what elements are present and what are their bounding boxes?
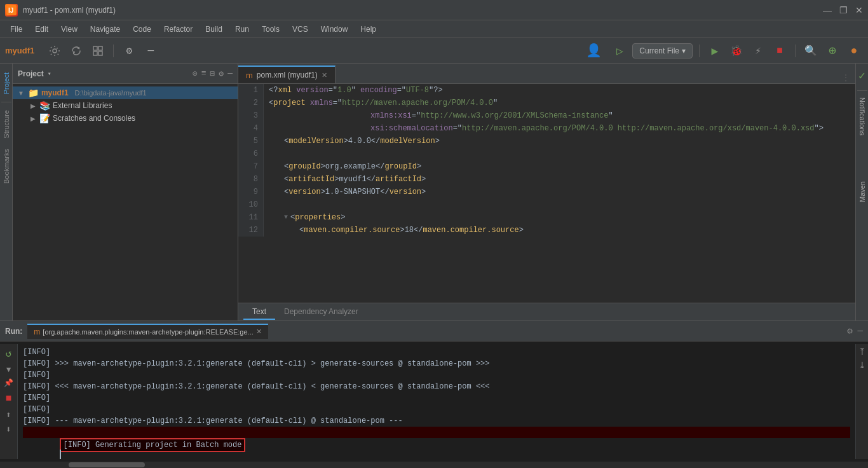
run-right-controls: ⤒ ⤓ — [855, 344, 868, 459]
import-icon[interactable]: ⬇ — [6, 424, 11, 435]
menu-navigate[interactable]: Navigate — [85, 23, 125, 36]
run-tab-icon: m — [34, 327, 40, 336]
menu-tools[interactable]: Tools — [257, 23, 285, 36]
tab-close-icon[interactable]: ✕ — [322, 71, 327, 79]
notifications-tab[interactable]: Notifications — [857, 93, 867, 139]
tree-item-myudf1-path: D:\bigdata-java\myudf1 — [75, 89, 147, 97]
right-side-panel: ✓ Notifications Maven — [855, 64, 868, 320]
export-icon[interactable]: ⬆ — [6, 410, 11, 420]
highlighted-output: [INFO] Generating project in Batch mode — [60, 438, 246, 452]
minimize-button[interactable]: — — [823, 5, 832, 15]
menu-view[interactable]: View — [56, 23, 83, 36]
toolbar-sync-icon[interactable] — [67, 42, 85, 60]
close-panel-icon[interactable]: — — [227, 69, 233, 79]
svg-point-2 — [53, 49, 57, 53]
menu-vcs[interactable]: VCS — [287, 23, 313, 36]
toolbar-collapse-icon[interactable] — [89, 42, 107, 60]
run-output-text: [INFO] [INFO] >>> maven-archetype-plugin… — [18, 344, 855, 459]
tab-maven-icon: m — [246, 71, 253, 80]
dropdown-arrow-icon: ▾ — [682, 46, 686, 55]
menu-code[interactable]: Code — [128, 23, 156, 36]
run-tab-label: [org.apache.maven.plugins:maven-archetyp… — [43, 328, 253, 336]
project-name: myudf1 — [5, 46, 34, 55]
stop-run-button[interactable]: ■ — [2, 392, 16, 406]
run-tab-close-icon[interactable]: ✕ — [256, 327, 262, 336]
close-button[interactable]: ✕ — [855, 5, 863, 15]
toolbar-separator-1 — [113, 45, 114, 57]
ln-4: 4 — [243, 122, 258, 135]
svg-rect-6 — [98, 52, 102, 55]
fold-icon[interactable]: ▼ — [284, 211, 288, 224]
run-output: ↺ ▼ 📌 ■ ⬆ ⬇ [INFO] [INFO] >>> maven-arch… — [0, 341, 868, 462]
scroll-down-icon[interactable]: ▼ — [6, 366, 11, 375]
editor-tab-pom[interactable]: m pom.xml (myudf1) ✕ — [238, 65, 336, 83]
structure-tab[interactable]: Structure — [1, 106, 11, 142]
project-tab[interactable]: Project — [1, 69, 11, 98]
code-content-area[interactable]: <?xml version="1.0" encoding="UTF-8"?> <… — [264, 84, 855, 237]
stop-button[interactable]: ■ — [771, 42, 789, 60]
tree-item-external-libs[interactable]: ▶ 📚 External Libraries — [13, 99, 238, 112]
toolbar-navigate-icon[interactable]: ▷ — [611, 42, 628, 60]
coverage-button[interactable]: ⚡ — [749, 42, 767, 60]
tree-item-scratches[interactable]: ▶ 📝 Scratches and Consoles — [13, 112, 238, 125]
current-file-dropdown[interactable]: Current File ▾ — [632, 43, 693, 59]
maven-tab[interactable]: Maven — [857, 177, 867, 206]
ln-3: 3 — [243, 109, 258, 122]
menu-help[interactable]: Help — [355, 23, 381, 36]
output-line-8-highlighted: [INFO] Generating project in Batch mode — [23, 427, 850, 438]
output-line-6: [INFO] — [23, 404, 850, 415]
menu-build[interactable]: Build — [200, 23, 227, 36]
menu-run[interactable]: Run — [230, 23, 254, 36]
run-minimize-icon[interactable]: — — [858, 326, 863, 336]
menu-edit[interactable]: Edit — [30, 23, 53, 36]
editor-content[interactable]: 1 2 3 4 5 6 7 8 9 10 11 12 <? — [238, 84, 855, 303]
code-line-4: xsi:schemaLocation="http://maven.apache.… — [269, 122, 850, 135]
output-line-2: [INFO] >>> maven-archetype-plugin:3.2.1:… — [23, 358, 850, 369]
scroll-top-icon[interactable]: ⤒ — [858, 347, 866, 357]
scroll-bottom-icon[interactable]: ⤓ — [858, 360, 866, 371]
more-button[interactable]: ● — [845, 42, 863, 60]
locate-icon[interactable]: ⊙ — [193, 69, 198, 79]
collapse-all-icon[interactable]: ⊟ — [210, 69, 215, 79]
svg-rect-3 — [93, 46, 97, 50]
code-line-5: <modelVersion> 4.0.0 </modelVersion> — [269, 135, 850, 148]
run-tab-active[interactable]: m [org.apache.maven.plugins:maven-archet… — [27, 324, 268, 339]
svg-rect-4 — [98, 46, 102, 50]
bookmarks-tab[interactable]: Bookmarks — [1, 145, 11, 188]
maximize-button[interactable]: ❐ — [839, 5, 848, 15]
add-button[interactable]: ⊕ — [824, 42, 841, 60]
toolbar: myudf1 ⚙ — 👤 ▷ Current File ▾ ▶ 🐞 ⚡ ■ — [0, 38, 868, 64]
run-button[interactable]: ▶ — [706, 42, 724, 60]
project-tree: ▼ 📁 myudf1 D:\bigdata-java\myudf1 ▶ 📚 Ex… — [13, 84, 238, 320]
ln-12: 12 — [243, 224, 258, 237]
tab-dependency-analyzer[interactable]: Dependency Analyzer — [275, 305, 367, 320]
project-panel-dropdown[interactable]: ▾ — [48, 70, 51, 78]
run-settings-icon[interactable]: ⚙ — [847, 326, 852, 336]
menu-window[interactable]: Window — [316, 23, 353, 36]
title-bar: IJ myudf1 - pom.xml (myudf1) — ❐ ✕ — [0, 0, 868, 20]
tab-text[interactable]: Text — [243, 305, 275, 320]
tree-item-myudf1[interactable]: ▼ 📁 myudf1 D:\bigdata-java\myudf1 — [13, 86, 238, 99]
run-label: Run: — [5, 327, 22, 336]
toolbar-settings-icon[interactable] — [46, 42, 64, 60]
debug-button[interactable]: 🐞 — [728, 42, 745, 60]
expand-all-icon[interactable]: ≡ — [201, 69, 207, 79]
toolbar-cog-icon[interactable]: ⚙ — [120, 42, 138, 60]
toolbar-profile-icon[interactable]: 👤 — [586, 43, 602, 59]
ln-7: 7 — [243, 160, 258, 173]
toolbar-separator-3 — [795, 45, 796, 57]
settings-icon[interactable]: ⚙ — [219, 69, 224, 79]
search-button[interactable]: 🔍 — [802, 42, 820, 60]
menu-file[interactable]: File — [5, 23, 27, 36]
svg-text:IJ: IJ — [8, 7, 13, 14]
current-file-label: Current File — [639, 46, 679, 55]
toolbar-separator-2 — [699, 45, 700, 57]
ln-9: 9 — [243, 186, 258, 198]
pin-icon[interactable]: 📌 — [4, 378, 13, 388]
rerun-button[interactable]: ↺ — [2, 347, 16, 361]
toolbar-minus-icon[interactable]: — — [142, 42, 159, 60]
menu-refactor[interactable]: Refactor — [159, 23, 198, 36]
scrollbar-thumb[interactable] — [69, 462, 145, 467]
editor-more-icon[interactable]: ⋮ — [841, 72, 855, 83]
folder-icon: 📁 — [28, 88, 39, 98]
